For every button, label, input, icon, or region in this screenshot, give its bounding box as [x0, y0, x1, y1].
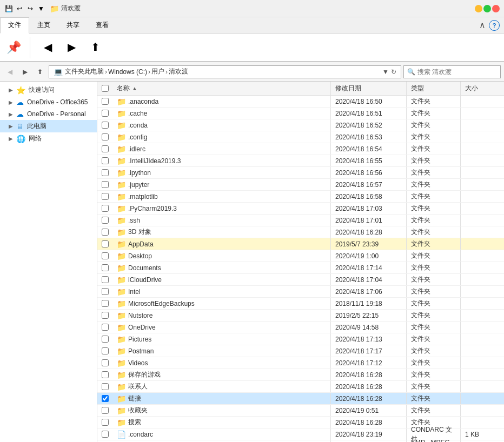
sidebar-item-onedrive-office[interactable]: ▶ ☁ OneDrive - Office365: [0, 96, 97, 108]
row-checkbox[interactable]: [97, 181, 112, 188]
file-checkbox[interactable]: [102, 312, 109, 319]
table-row[interactable]: 📁 .PyCharm2019.3 2020/4/18 17:03 文件夹: [97, 203, 504, 215]
col-header-size[interactable]: 大小: [461, 82, 504, 95]
file-checkbox[interactable]: [102, 122, 109, 129]
row-checkbox[interactable]: [97, 359, 112, 366]
row-checkbox[interactable]: [97, 324, 112, 331]
row-checkbox[interactable]: [97, 169, 112, 176]
file-checkbox[interactable]: [102, 217, 109, 224]
tab-view[interactable]: 查看: [88, 17, 117, 33]
file-checkbox[interactable]: [102, 240, 109, 247]
file-checkbox[interactable]: [102, 371, 109, 378]
table-row[interactable]: 📁 OneDrive 2020/4/9 14:58 文件夹: [97, 322, 504, 333]
row-checkbox[interactable]: [97, 229, 112, 236]
close-button[interactable]: [492, 5, 500, 12]
col-header-type[interactable]: 类型: [407, 82, 461, 95]
file-checkbox[interactable]: [102, 300, 109, 307]
table-row[interactable]: 📁 Intel 2020/4/18 17:06 文件夹: [97, 286, 504, 298]
file-checkbox[interactable]: [102, 336, 109, 343]
file-checkbox[interactable]: [102, 169, 109, 176]
path-pc[interactable]: 文件夹: [65, 67, 84, 76]
table-row[interactable]: 📁 Videos 2020/4/18 17:12 文件夹: [97, 357, 504, 369]
tab-home[interactable]: 主页: [29, 17, 58, 33]
search-box[interactable]: 🔍: [403, 65, 501, 78]
help-button[interactable]: ?: [489, 20, 500, 31]
row-checkbox[interactable]: [97, 288, 112, 295]
row-checkbox[interactable]: [97, 240, 112, 247]
file-checkbox[interactable]: [102, 157, 109, 164]
file-checkbox[interactable]: [102, 407, 109, 414]
table-row[interactable]: 📁 .matplotlib 2020/4/18 16:58 文件夹: [97, 191, 504, 203]
row-checkbox[interactable]: [97, 252, 112, 259]
sidebar-item-quick-access[interactable]: ▶ ⭐ 快速访问: [0, 84, 97, 96]
row-checkbox[interactable]: [97, 312, 112, 319]
file-checkbox[interactable]: [102, 347, 109, 354]
file-checkbox[interactable]: [102, 229, 109, 236]
row-checkbox[interactable]: [97, 145, 112, 152]
path-c[interactable]: Windows (C:): [108, 68, 147, 76]
row-checkbox[interactable]: [97, 110, 112, 117]
row-checkbox[interactable]: [97, 193, 112, 200]
row-checkbox[interactable]: [97, 431, 112, 438]
row-checkbox[interactable]: [97, 371, 112, 378]
table-row[interactable]: 📁 AppData 2019/5/7 23:39 文件夹: [97, 238, 504, 250]
refresh-icon[interactable]: ↻: [391, 68, 396, 76]
table-row[interactable]: 📁 iCloudDrive 2020/4/18 17:04 文件夹: [97, 274, 504, 286]
quick-access-icon[interactable]: 💾: [4, 4, 13, 13]
minimize-button[interactable]: [475, 5, 482, 12]
row-checkbox[interactable]: [97, 276, 112, 283]
file-checkbox[interactable]: [102, 324, 109, 331]
maximize-button[interactable]: [483, 5, 491, 12]
file-checkbox[interactable]: [102, 98, 109, 105]
nav-back-btn[interactable]: ◀: [37, 38, 58, 57]
table-row[interactable]: 📁 保存的游戏 2020/4/18 16:28 文件夹: [97, 369, 504, 381]
search-input[interactable]: [417, 68, 499, 76]
file-checkbox[interactable]: [102, 288, 109, 295]
file-checkbox[interactable]: [102, 205, 109, 212]
table-row[interactable]: 📁 链接 2020/4/18 16:28 文件夹: [97, 393, 504, 405]
table-row[interactable]: 📁 .config 2020/4/18 16:53 文件夹: [97, 131, 504, 143]
row-checkbox[interactable]: [97, 205, 112, 212]
file-checkbox[interactable]: [102, 193, 109, 200]
path-users[interactable]: 用户: [151, 67, 164, 76]
sidebar-item-this-pc[interactable]: ▶ 🖥 此电脑: [0, 120, 97, 132]
row-checkbox[interactable]: [97, 217, 112, 224]
table-row[interactable]: 📁 .IntelliJIdea2019.3 2020/4/18 16:55 文件…: [97, 155, 504, 167]
row-checkbox[interactable]: [97, 98, 112, 105]
undo-icon[interactable]: ↩: [15, 4, 24, 13]
table-row[interactable]: 📁 联系人 2020/4/18 16:28 文件夹: [97, 381, 504, 393]
tab-share[interactable]: 共享: [58, 17, 88, 33]
table-row[interactable]: 📁 .anaconda 2020/4/18 16:50 文件夹: [97, 96, 504, 108]
file-checkbox[interactable]: [102, 145, 109, 152]
sidebar-item-onedrive-personal[interactable]: ▶ ☁ OneDrive - Personal: [0, 108, 97, 120]
pin-btn[interactable]: 📌: [4, 38, 23, 57]
address-path[interactable]: 💻 文件夹 此电脑 › Windows (C:) › 用户 › 清欢渡 ▼ ↻: [49, 65, 401, 78]
path-pc-label[interactable]: 此电脑: [84, 67, 104, 76]
table-row[interactable]: 📁 收藏夹 2020/4/19 0:51 文件夹: [97, 405, 504, 417]
file-checkbox[interactable]: [102, 133, 109, 140]
file-checkbox[interactable]: [102, 431, 109, 438]
row-checkbox[interactable]: [97, 264, 112, 271]
tab-file[interactable]: 文件: [0, 17, 29, 34]
sidebar-item-network[interactable]: ▶ 🌐 网络: [0, 132, 97, 145]
col-header-date[interactable]: 修改日期: [331, 82, 407, 95]
file-checkbox[interactable]: [102, 264, 109, 271]
row-checkbox[interactable]: [97, 419, 112, 426]
row-checkbox[interactable]: [97, 300, 112, 307]
table-row[interactable]: 📁 Pictures 2020/4/18 17:13 文件夹: [97, 333, 504, 345]
table-row[interactable]: 📁 Documents 2020/4/18 17:14 文件夹: [97, 262, 504, 274]
table-row[interactable]: 📁 .ssh 2020/4/18 17:01 文件夹: [97, 215, 504, 226]
table-row[interactable]: 📁 .ipython 2020/4/18 16:56 文件夹: [97, 167, 504, 179]
file-checkbox[interactable]: [102, 276, 109, 283]
file-checkbox[interactable]: [102, 252, 109, 259]
header-checkbox[interactable]: [97, 85, 112, 92]
table-row[interactable]: 📁 Desktop 2020/4/19 1:00 文件夹: [97, 250, 504, 262]
row-checkbox[interactable]: [97, 383, 112, 390]
table-row[interactable]: 📁 .idlerc 2020/4/18 16:54 文件夹: [97, 143, 504, 155]
row-checkbox[interactable]: [97, 347, 112, 354]
select-all-checkbox[interactable]: [102, 85, 109, 92]
table-row[interactable]: 📁 .conda 2020/4/18 16:52 文件夹: [97, 119, 504, 131]
nav-up-btn[interactable]: ⬆: [84, 38, 106, 57]
row-checkbox[interactable]: [97, 133, 112, 140]
table-row[interactable]: 📁 Postman 2020/4/18 17:17 文件夹: [97, 345, 504, 357]
